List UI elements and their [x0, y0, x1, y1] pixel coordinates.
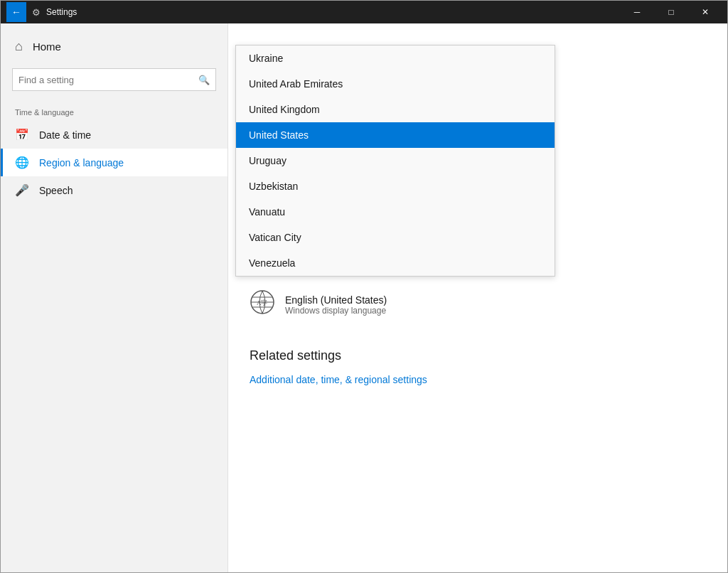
dropdown-item-us[interactable]: United States	[236, 122, 555, 148]
app-title: Settings	[46, 7, 615, 17]
dropdown-item-vanuatu[interactable]: Vanuatu	[236, 199, 555, 225]
dropdown-item-uk[interactable]: United Kingdom	[236, 97, 555, 122]
microphone-icon: 🎤	[15, 183, 29, 197]
dropdown-item-uruguay[interactable]: Uruguay	[236, 148, 555, 173]
minimize-button[interactable]: ─	[621, 1, 653, 23]
window-controls: ─ □ ✕	[621, 1, 722, 23]
app-icon: ⚙	[32, 7, 41, 18]
dropdown-item-ukraine[interactable]: Ukraine	[236, 45, 555, 71]
dropdown-item-uzbekistan[interactable]: Uzbekistan	[236, 173, 555, 199]
nav-label-speech: Speech	[39, 185, 73, 196]
sidebar-item-date-time[interactable]: 📅 Date & time	[1, 121, 228, 149]
related-settings: Related settings Additional date, time, …	[250, 348, 706, 386]
nav-label-date-time: Date & time	[39, 129, 91, 141]
home-label: Home	[33, 41, 61, 53]
nav-label-region-language: Region & language	[39, 157, 124, 168]
globe-icon: 🌐	[15, 156, 29, 169]
language-info: English (United States) Windows display …	[285, 294, 387, 316]
language-icon: A字	[250, 289, 275, 320]
sidebar: ⌂ Home 🔍 Time & language 📅 Date & time 🌐…	[1, 23, 228, 573]
svg-text:A字: A字	[257, 299, 268, 306]
sidebar-item-region-language[interactable]: 🌐 Region & language	[1, 149, 228, 176]
close-button[interactable]: ✕	[689, 1, 722, 23]
language-name: English (United States)	[285, 294, 387, 306]
app-body: ⌂ Home 🔍 Time & language 📅 Date & time 🌐…	[1, 23, 727, 573]
language-item[interactable]: A字 English (United States) Windows displ…	[250, 282, 706, 327]
dropdown-item-uae[interactable]: United Arab Emirates	[236, 71, 555, 97]
back-button[interactable]: ←	[6, 2, 26, 22]
search-box[interactable]: 🔍	[12, 68, 216, 91]
dropdown-item-vatican[interactable]: Vatican City	[236, 225, 555, 250]
titlebar: ← ⚙ Settings ─ □ ✕	[1, 1, 727, 23]
calendar-icon: 📅	[15, 128, 29, 141]
sidebar-home[interactable]: ⌂ Home	[1, 32, 228, 61]
language-sub: Windows display language	[285, 306, 387, 316]
search-icon: 🔍	[198, 75, 210, 85]
section-label: Time & language	[1, 98, 228, 121]
back-icon: ←	[11, 6, 21, 18]
main-content: Ukraine United Arab Emirates United King…	[228, 23, 727, 573]
dropdown-item-venezuela[interactable]: Venezuela	[236, 250, 555, 276]
sidebar-item-speech[interactable]: 🎤 Speech	[1, 176, 228, 204]
country-dropdown[interactable]: Ukraine United Arab Emirates United King…	[235, 45, 555, 277]
related-settings-title: Related settings	[250, 348, 706, 363]
additional-settings-link[interactable]: Additional date, time, & regional settin…	[250, 374, 427, 385]
maximize-button[interactable]: □	[655, 1, 687, 23]
search-input[interactable]	[18, 75, 194, 85]
home-icon: ⌂	[15, 39, 23, 54]
